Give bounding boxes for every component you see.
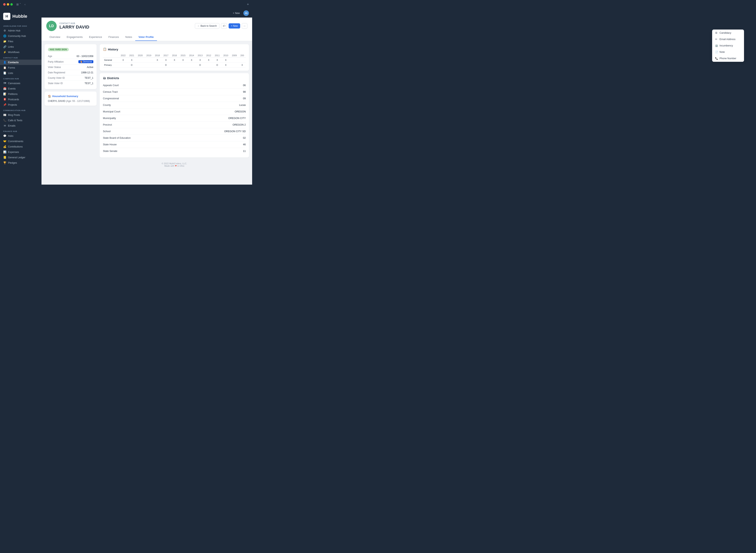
tab-experience[interactable]: Experience: [86, 33, 105, 41]
petitions-icon: 📝: [3, 92, 6, 95]
primary-2014: [187, 63, 196, 68]
footer-tagline: Made with ❤ in Ohio: [102, 165, 247, 167]
district-row: County Lucas: [103, 102, 246, 108]
sidebar-item-petitions[interactable]: 📝 Petitions: [0, 91, 42, 97]
events-icon: 📅: [3, 87, 6, 90]
district-row: Appeals Court 06: [103, 82, 246, 89]
sidebar-item-events[interactable]: 📅 Events: [0, 86, 42, 91]
logo-text: Hubble: [12, 14, 27, 19]
district-name: State Senate: [103, 150, 117, 153]
sidebar-item-postcards[interactable]: 📮 Postcards: [0, 97, 42, 102]
traffic-lights: [3, 3, 13, 6]
files-icon: 📁: [3, 40, 6, 43]
primary-2022: [119, 63, 128, 68]
county-voter-id-row: County Voter ID TEST_1: [48, 75, 93, 81]
user-avatar[interactable]: JG: [244, 10, 249, 16]
blog-icon: 📰: [3, 113, 6, 116]
district-value: OREGON CITY SD: [224, 130, 246, 133]
sidebar-item-general-ledger[interactable]: 📒 General Ledger: [0, 155, 42, 160]
sidebar-item-forms[interactable]: 📋 Forms: [0, 65, 42, 70]
sidebar-item-lists[interactable]: 📑 Lists: [0, 70, 42, 76]
sidebar-item-label: Emails: [8, 125, 15, 127]
primary-2019: [145, 63, 153, 68]
logo-icon: H: [3, 13, 10, 20]
close-button[interactable]: [3, 3, 6, 6]
history-col-2009: 2009: [230, 54, 238, 58]
date-registered-row: Date Registered 1998-12-21: [48, 70, 93, 75]
sidebar-item-blog-posts[interactable]: 📰 Blog Posts: [0, 112, 42, 117]
community-icon: 🌐: [3, 34, 6, 37]
yard-sign-badge: HAS YARD SIGN: [48, 48, 69, 51]
sidebar-item-label: Petitions: [8, 93, 17, 95]
general-2012: X: [204, 58, 213, 63]
sidebar-item-asks[interactable]: 💬 Asks: [0, 133, 42, 139]
tab-voter-profile[interactable]: Voter Profile: [135, 33, 157, 41]
district-name: Precinct: [103, 124, 112, 126]
calls-icon: 📞: [3, 119, 6, 122]
sidebar-item-canvasses[interactable]: 🗺 Canvasses: [0, 81, 42, 86]
general-2009: [230, 58, 238, 63]
minimize-button[interactable]: [7, 3, 9, 6]
sidebar-item-calls-texts[interactable]: 📞 Calls & Texts: [0, 117, 42, 123]
sidebar-item-label: Community Hub: [8, 35, 26, 37]
state-voter-id-label: State Voter ID: [48, 82, 63, 85]
general-2016: X: [170, 58, 179, 63]
contact-avatar: LD: [46, 21, 57, 31]
admin-icon: ⚙: [3, 29, 6, 32]
new-button[interactable]: + New: [228, 23, 240, 28]
primary-2010: X: [222, 63, 230, 68]
tag-button[interactable]: 🏷: [221, 23, 227, 29]
sidebar-item-contacts[interactable]: 👤 Contacts: [0, 60, 42, 65]
district-value: OREGON: [234, 110, 246, 113]
sidebar-item-community-hub[interactable]: 🌐 Community Hub: [0, 33, 42, 39]
sidebar-item-contributions[interactable]: 💰 Contributions: [0, 144, 42, 149]
sidebar-item-workflows[interactable]: ⚡ Workflows: [0, 50, 42, 55]
household-header[interactable]: 🏠 Household Summary: [48, 95, 93, 98]
sidebar-item-commitments[interactable]: 🤝 Commitments: [0, 139, 42, 144]
districts-card: 🗂 Districts Appeals Court 06 Census Trac…: [100, 73, 249, 157]
sidebar-item-label: Asks: [8, 135, 13, 137]
back-to-search-button[interactable]: ← Back to Search: [195, 23, 219, 29]
districts-icon: 🗂: [103, 76, 106, 80]
new-tab-button[interactable]: +: [247, 2, 249, 7]
sidebar-item-links[interactable]: 🔗 Links: [0, 44, 42, 50]
age-row: Age 63 - 10/02/1958: [48, 54, 93, 59]
maximize-button[interactable]: [10, 3, 13, 6]
tab-finances[interactable]: Finances: [105, 33, 122, 41]
general-2022: X: [119, 58, 128, 63]
primary-2013: D: [196, 63, 204, 68]
sidebar-item-expenses[interactable]: 📊 Expenses: [0, 149, 42, 155]
history-col-2021: 2021: [128, 54, 136, 58]
sidebar-item-admin-hub[interactable]: ⚙ Admin Hub: [0, 28, 42, 33]
history-col-2014: 2014: [187, 54, 196, 58]
general-2019: [145, 58, 153, 63]
tab-engagements[interactable]: Engagements: [63, 33, 86, 41]
party-row: Party Affiliation 🐴 Democrat: [48, 59, 93, 65]
sidebar-item-label: Projects: [8, 103, 17, 106]
sidebar-item-projects[interactable]: 📌 Projects: [0, 102, 42, 107]
pledges-icon: 🏆: [3, 161, 6, 164]
org-section-label: JOHN GLENN FOR OHIO: [0, 23, 42, 28]
expenses-icon: 📊: [3, 151, 6, 154]
district-row: Census Tract 98: [103, 89, 246, 95]
tab-notes[interactable]: Notes: [122, 33, 135, 41]
district-name: County: [103, 104, 111, 106]
sidebar-item-files[interactable]: 📁 Files: [0, 39, 42, 44]
general-2013: X: [196, 58, 204, 63]
workflows-icon: ⚡: [3, 51, 6, 54]
sidebar-item-label: Lists: [8, 72, 13, 75]
new-top-button[interactable]: + New: [231, 11, 242, 15]
more-options-button[interactable]: ···: [242, 23, 247, 29]
table-row: General X X X X X X X: [103, 58, 246, 63]
table-row: Primary D D D: [103, 63, 246, 68]
contact-header-right: ← Back to Search 🏷 + New ···: [195, 23, 247, 29]
sidebar-item-emails[interactable]: ✉ Emails: [0, 123, 42, 129]
sidebar-item-pledges[interactable]: 🏆 Pledges: [0, 160, 42, 165]
district-name: Census Tract: [103, 90, 118, 93]
county-voter-id-value: TEST_1: [84, 77, 93, 79]
tab-overview[interactable]: Overview: [46, 33, 63, 41]
sidebar-item-label: Postcards: [8, 98, 19, 101]
heart-icon: ❤: [175, 165, 177, 167]
sidebar-item-label: Blog Posts: [8, 113, 20, 116]
back-nav-icon[interactable]: ‹: [24, 3, 25, 6]
